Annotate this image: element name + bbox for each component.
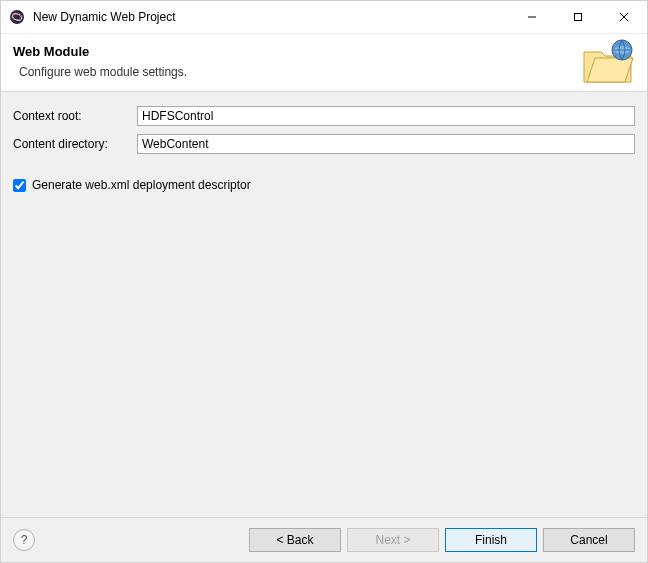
help-icon: ? <box>21 533 28 547</box>
eclipse-icon <box>9 9 25 25</box>
titlebar: New Dynamic Web Project <box>1 1 647 34</box>
next-button: Next > <box>347 528 439 552</box>
window-controls <box>509 1 647 33</box>
content-directory-input[interactable] <box>137 134 635 154</box>
wizard-banner: Web Module Configure web module settings… <box>1 34 647 92</box>
back-button[interactable]: < Back <box>249 528 341 552</box>
context-root-label: Context root: <box>13 109 137 123</box>
generate-webxml-label[interactable]: Generate web.xml deployment descriptor <box>32 178 251 192</box>
close-icon <box>619 12 629 22</box>
context-root-input[interactable] <box>137 106 635 126</box>
context-root-row: Context root: <box>13 106 635 126</box>
maximize-button[interactable] <box>555 1 601 33</box>
generate-webxml-checkbox[interactable] <box>13 179 26 192</box>
content-directory-label: Content directory: <box>13 137 137 151</box>
close-button[interactable] <box>601 1 647 33</box>
minimize-button[interactable] <box>509 1 555 33</box>
svg-rect-4 <box>575 14 582 21</box>
window-title: New Dynamic Web Project <box>33 10 509 24</box>
minimize-icon <box>527 12 537 22</box>
dialog-window: New Dynamic Web Project Web Module Confi… <box>0 0 648 563</box>
generate-webxml-row: Generate web.xml deployment descriptor <box>13 178 635 192</box>
banner-subheading: Configure web module settings. <box>19 65 631 79</box>
banner-heading: Web Module <box>13 44 631 59</box>
help-button[interactable]: ? <box>13 529 35 551</box>
finish-button[interactable]: Finish <box>445 528 537 552</box>
wizard-content: Context root: Content directory: Generat… <box>1 92 647 517</box>
web-module-folder-icon <box>581 38 635 86</box>
content-directory-row: Content directory: <box>13 134 635 154</box>
maximize-icon <box>573 12 583 22</box>
wizard-button-bar: ? < Back Next > Finish Cancel <box>1 517 647 562</box>
cancel-button[interactable]: Cancel <box>543 528 635 552</box>
